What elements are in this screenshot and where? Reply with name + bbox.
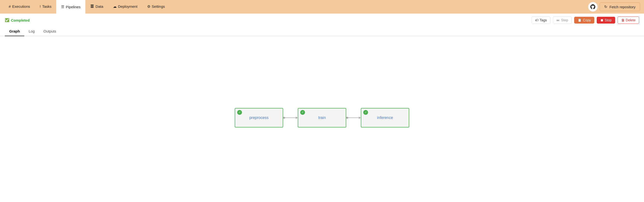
connector-1 <box>283 117 298 119</box>
connector-arrow-1 <box>296 117 298 119</box>
pipelines-icon: ☰ <box>61 5 64 9</box>
copy-button[interactable]: 📋 Copy <box>574 17 594 24</box>
github-button[interactable] <box>588 2 598 12</box>
check-icon-inference: ✓ <box>363 110 368 115</box>
nav-deployment-label: Deployment <box>118 4 138 9</box>
connector-line-1 <box>285 117 296 118</box>
svg-rect-1 <box>91 6 94 7</box>
svg-rect-0 <box>91 5 94 5</box>
gear-icon: ⚙ <box>147 4 150 9</box>
node-inference-label: inference <box>377 116 393 120</box>
nav-tasks[interactable]: ! Tasks <box>35 0 56 14</box>
github-icon <box>590 4 595 9</box>
connector-line-2 <box>348 117 359 118</box>
tags-button[interactable]: 🏷 Tags <box>532 17 551 24</box>
connector-2 <box>346 117 361 119</box>
tasks-icon: ! <box>40 4 41 9</box>
stop-label: Stop <box>605 18 612 22</box>
node-inference[interactable]: ✓ inference <box>361 108 409 127</box>
node-train-label: train <box>318 116 326 120</box>
pipeline-container: ✓ preprocess ✓ train ✓ inference <box>235 108 409 127</box>
tab-outputs[interactable]: Outputs <box>39 27 60 36</box>
step-button[interactable]: ⏭ Step <box>553 17 572 24</box>
check-icon-preprocess: ✓ <box>237 110 242 115</box>
copy-icon: 📋 <box>578 18 582 22</box>
delete-label: Delete <box>626 18 636 22</box>
nav-data-label: Data <box>96 4 103 9</box>
connector-dot-1 <box>283 117 285 119</box>
nav-executions-label: Executions <box>12 4 30 9</box>
data-icon <box>90 4 94 9</box>
fetch-repository-button[interactable]: ↻ Fetch repository <box>600 3 640 11</box>
stop-icon: ⏹ <box>600 18 604 22</box>
svg-rect-2 <box>91 7 94 8</box>
tab-log[interactable]: Log <box>24 27 39 36</box>
check-icon-train: ✓ <box>300 110 305 115</box>
delete-button[interactable]: 🗑 Delete <box>618 17 639 24</box>
node-preprocess-label: preprocess <box>249 116 268 120</box>
step-label: Step <box>561 18 568 22</box>
nav-deployment[interactable]: ☁ Deployment <box>108 0 142 14</box>
nav-settings-label: Settings <box>152 4 165 9</box>
stop-button[interactable]: ⏹ Stop <box>597 17 615 24</box>
node-train[interactable]: ✓ train <box>298 108 346 127</box>
node-preprocess[interactable]: ✓ preprocess <box>235 108 283 127</box>
tags-label: Tags <box>540 18 547 22</box>
graph-area: ✓ preprocess ✓ train ✓ inference <box>0 36 644 199</box>
fetch-repository-label: Fetch repository <box>609 5 636 9</box>
nav-executions[interactable]: # Executions <box>4 0 35 14</box>
status-label: Completed <box>11 18 30 22</box>
top-nav: # Executions ! Tasks ☰ Pipelines Data ☁ … <box>0 0 644 14</box>
tab-graph[interactable]: Graph <box>5 27 24 36</box>
nav-pipelines[interactable]: ☰ Pipelines <box>56 0 85 14</box>
trash-icon: 🗑 <box>621 18 624 22</box>
tag-icon: 🏷 <box>535 18 538 22</box>
connector-arrow-2 <box>359 117 361 119</box>
refresh-icon: ↻ <box>604 5 608 9</box>
step-icon: ⏭ <box>556 18 560 22</box>
connector-dot-2 <box>346 117 348 119</box>
executions-icon: # <box>9 4 11 9</box>
toolbar-right: 🏷 Tags ⏭ Step 📋 Copy ⏹ Stop 🗑 Delete <box>532 17 639 24</box>
nav-pipelines-label: Pipelines <box>66 5 80 9</box>
nav-tasks-label: Tasks <box>42 4 52 9</box>
status-badge: ✅ Completed <box>5 18 30 22</box>
toolbar: ✅ Completed 🏷 Tags ⏭ Step 📋 Copy ⏹ Stop … <box>0 14 644 27</box>
copy-label: Copy <box>583 18 591 22</box>
tabs-bar: Graph Log Outputs <box>0 27 644 36</box>
nav-settings[interactable]: ⚙ Settings <box>142 0 170 14</box>
cloud-icon: ☁ <box>113 4 117 9</box>
check-circle-icon: ✅ <box>5 18 10 22</box>
nav-data[interactable]: Data <box>85 0 108 14</box>
